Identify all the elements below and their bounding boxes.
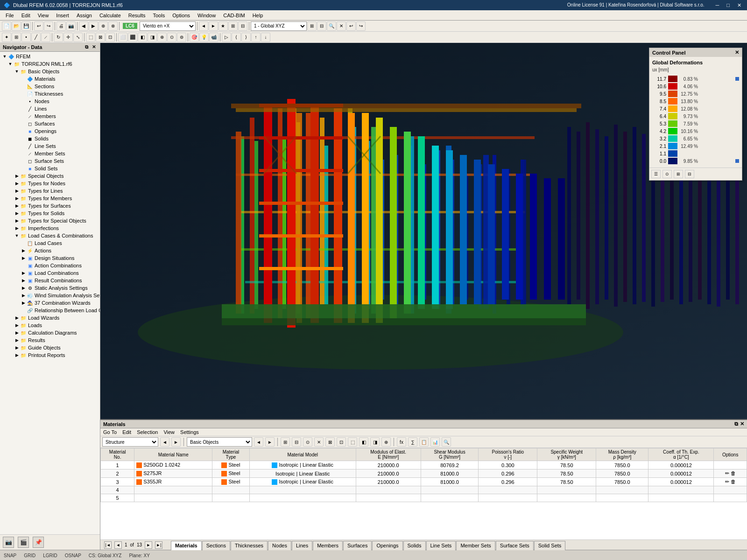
tab-membersets[interactable]: Member Sets xyxy=(456,541,495,550)
tree-design-sit[interactable]: ▶ ▣ Design Situations xyxy=(1,254,99,262)
tab-members[interactable]: Members xyxy=(313,541,343,550)
cell-opts-3[interactable]: ✏ 🗑 xyxy=(714,478,747,486)
cd-expander[interactable]: ▶ xyxy=(14,330,20,336)
status-grid[interactable]: GRID xyxy=(24,553,35,558)
tree-lcc[interactable]: ▼ 📁 Load Cases & Combinations xyxy=(1,232,99,239)
tab-sections[interactable]: Sections xyxy=(202,541,230,550)
tree-types-solids[interactable]: ▶ 📁 Types for Solids xyxy=(1,210,99,217)
render-btn[interactable]: 🎯 xyxy=(190,33,199,42)
bp-excel-btn[interactable]: 📊 xyxy=(430,437,440,447)
tree-types-nodes[interactable]: ▶ 📁 Types for Nodes xyxy=(1,180,99,187)
bp-tb3[interactable]: ⊙ xyxy=(303,437,312,447)
bp-search-btn[interactable]: 🔍 xyxy=(442,437,451,447)
tab-openings[interactable]: Openings xyxy=(372,541,402,550)
viewport-3d[interactable]: Control Panel ✕ Global Deformations ux [… xyxy=(100,43,747,419)
tree-basic-objects[interactable]: ▼ 📁 Basic Objects xyxy=(1,68,99,75)
star-btn[interactable]: ★ xyxy=(218,21,228,31)
tm-expander[interactable]: ▶ xyxy=(14,196,20,201)
tb3-1[interactable]: ▷ xyxy=(222,33,231,42)
nav-float-btn[interactable]: ⧉ xyxy=(84,44,90,50)
tab-solids[interactable]: Solids xyxy=(403,541,426,550)
rc-expander[interactable]: ▶ xyxy=(21,278,26,283)
bp-filter-select[interactable]: Structure xyxy=(102,437,158,447)
lcc-expander[interactable]: ▼ xyxy=(14,233,20,238)
tb-btn-1[interactable]: ◀ xyxy=(79,21,88,31)
status-lgrid[interactable]: LGRID xyxy=(43,553,57,558)
member-btn[interactable]: ⟋ xyxy=(41,33,50,42)
cp-icon-4[interactable]: ⊟ xyxy=(685,170,694,178)
imp-expander[interactable]: ▶ xyxy=(14,225,20,231)
screenshot-btn[interactable]: 📷 xyxy=(66,21,76,31)
bp-float-btn[interactable]: ⧉ xyxy=(734,421,738,427)
project-expander[interactable]: ▼ xyxy=(7,61,13,67)
tab-linesets[interactable]: Line Sets xyxy=(426,541,456,550)
bp-formula-btn[interactable]: ∑ xyxy=(408,437,417,447)
lc-select[interactable]: Viento en +X xyxy=(140,21,196,31)
tb3-3[interactable]: ⟩ xyxy=(241,33,251,42)
tree-lc[interactable]: 📋 Load Cases xyxy=(1,239,99,247)
cp-icon-2[interactable]: ⊙ xyxy=(662,170,672,178)
ts-expander[interactable]: ▶ xyxy=(14,203,20,209)
view-btn-4[interactable]: ✕ xyxy=(337,21,346,31)
cp-icon-1[interactable]: ☰ xyxy=(651,170,661,178)
cw-expander[interactable]: ▶ xyxy=(21,300,26,306)
tree-rfem[interactable]: ▼ 🔷 RFEM xyxy=(1,53,99,60)
tab-surfaces[interactable]: Surfaces xyxy=(343,541,372,550)
menu-cadbim[interactable]: CAD-BIM xyxy=(219,12,248,19)
menu-help[interactable]: Help xyxy=(249,12,267,19)
sa-expander[interactable]: ▶ xyxy=(21,285,26,291)
nav-cam-btn[interactable]: 📷 xyxy=(3,537,14,548)
bp-menu-selection[interactable]: Selection xyxy=(137,429,158,435)
tree-special[interactable]: ▶ 📁 Special Objects xyxy=(1,172,99,180)
bp-copy-btn[interactable]: 📋 xyxy=(419,437,429,447)
tb2-5[interactable]: ⊕ xyxy=(157,33,167,42)
menu-calculate[interactable]: Calculate xyxy=(96,12,125,19)
page-next-btn[interactable]: ► xyxy=(145,541,152,549)
nav-pin-btn[interactable]: 📌 xyxy=(33,537,44,548)
bp-tb9[interactable]: ◨ xyxy=(370,437,380,447)
lw-expander[interactable]: ▶ xyxy=(14,315,20,321)
tb-misc-1[interactable]: ⊞ xyxy=(228,21,238,31)
page-first-btn[interactable]: |◄ xyxy=(104,541,112,549)
bp-filter-select2[interactable]: Basic Objects xyxy=(187,437,252,447)
menu-window[interactable]: Window xyxy=(194,12,219,19)
basic-expander[interactable]: ▼ xyxy=(14,69,20,74)
bp-tb8[interactable]: ◧ xyxy=(359,437,368,447)
lco-expander[interactable]: ▶ xyxy=(21,270,26,276)
view-btn-6[interactable]: ↪ xyxy=(356,21,366,31)
tree-types-surfaces[interactable]: ▶ 📁 Types for Surfaces xyxy=(1,202,99,210)
light-btn[interactable]: 💡 xyxy=(199,33,209,42)
bp-tb6[interactable]: ⊡ xyxy=(337,437,346,447)
tree-load-wiz[interactable]: ▶ 📁 Load Wizards xyxy=(1,314,99,322)
camera-btn[interactable]: 📹 xyxy=(209,33,218,42)
bp-prev-btn[interactable]: ◄ xyxy=(160,437,169,447)
undo-btn[interactable]: ↩ xyxy=(34,21,43,31)
menu-options[interactable]: Options xyxy=(169,12,194,19)
menu-results[interactable]: Results xyxy=(125,12,149,19)
rfem-expander[interactable]: ▼ xyxy=(2,54,7,59)
save-btn[interactable]: 💾 xyxy=(21,21,31,31)
tree-types-members[interactable]: ▶ 📁 Types for Members xyxy=(1,195,99,202)
tb2-3[interactable]: ◧ xyxy=(138,33,147,42)
tree-static-analysis[interactable]: ▶ ⚙ Static Analysis Settings xyxy=(1,284,99,292)
po-expander[interactable]: ▶ xyxy=(14,352,20,358)
bp-menu-view[interactable]: View xyxy=(163,429,175,435)
print-btn[interactable]: 🖨 xyxy=(56,21,66,31)
maximize-button[interactable]: □ xyxy=(725,2,732,8)
filter-btn[interactable]: ⊡ xyxy=(106,33,115,42)
tab-thicknesses[interactable]: Thicknesses xyxy=(231,541,268,550)
tree-types-lines[interactable]: ▶ 📁 Types for Lines xyxy=(1,187,99,195)
tso-expander[interactable]: ▶ xyxy=(14,210,20,216)
tb2-2[interactable]: ⬛ xyxy=(128,33,137,42)
status-snap[interactable]: SNAP xyxy=(4,553,16,558)
tree-loads[interactable]: ▶ 📁 Loads xyxy=(1,322,99,329)
tree-imperfections[interactable]: ▶ 📁 Imperfections xyxy=(1,224,99,232)
tb2-6[interactable]: ⊙ xyxy=(167,33,176,42)
tb-btn-3[interactable]: ⊕ xyxy=(99,21,108,31)
redo-btn[interactable]: ↪ xyxy=(44,21,53,31)
tab-nodes[interactable]: Nodes xyxy=(268,541,291,550)
tree-lines[interactable]: ╱ Lines xyxy=(1,105,99,112)
nav-vid-btn[interactable]: 🎬 xyxy=(18,537,29,548)
tree-nodes[interactable]: • Nodes xyxy=(1,98,99,105)
tree-action-comb[interactable]: ▣ Action Combinations xyxy=(1,262,99,269)
